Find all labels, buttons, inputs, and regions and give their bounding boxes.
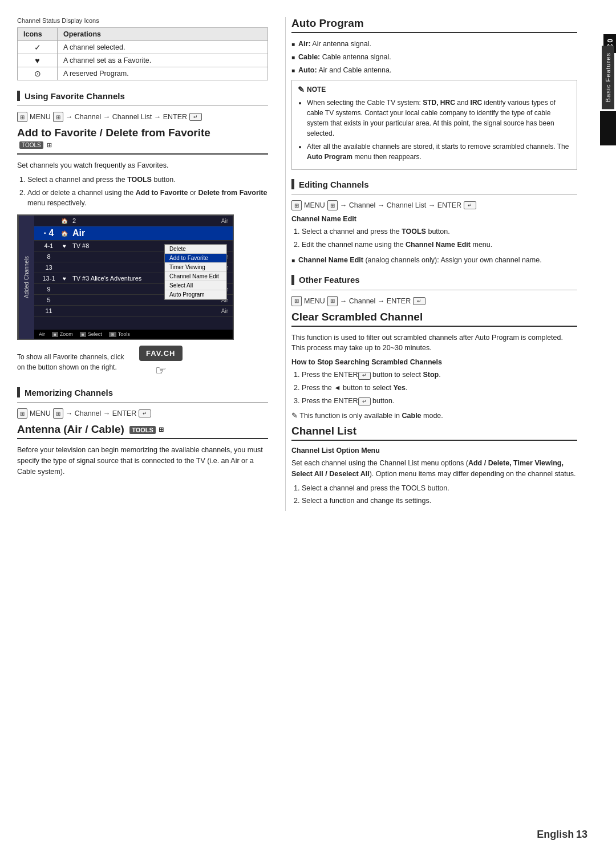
menu-grid-icon: ⊞: [53, 112, 63, 122]
editing-channels-heading: Editing Channels: [299, 180, 369, 189]
list-item: Edit the channel name using the Channel …: [302, 240, 577, 250]
desc-cell: A reserved Program.: [58, 67, 268, 80]
tools-icon: ⊞: [47, 141, 52, 149]
clear-scrambled-steps: Press the ENTER↵ button to select Stop. …: [291, 370, 577, 406]
using-favorite-section: Using Favorite Channels ⊞ MENU ⊞ → Chann…: [17, 91, 268, 122]
context-menu-item: Auto Program: [165, 290, 226, 299]
clear-scrambled-body: This function is used to filter out scra…: [291, 332, 577, 354]
tv-row: 🏠 2 Air: [34, 216, 233, 226]
tv-row: 11 Air: [34, 306, 233, 317]
clear-scrambled-note: ✎ This function is only available in Cab…: [291, 411, 577, 421]
list-item: Cable: Cable antenna signal.: [291, 52, 577, 63]
table-row: ♥ A channel set as a Favorite.: [18, 54, 268, 67]
menu-icon: ⊞: [17, 112, 27, 122]
list-item: Select a channel and press the TOOLS but…: [27, 175, 268, 185]
sub-section-title: Channel Name Edit: [291, 215, 577, 223]
list-item: Auto: Air and Cable antenna.: [291, 65, 577, 76]
channel-list-title: Channel List: [291, 425, 577, 437]
clear-scrambled-section: Clear Scrambled Channel This function is…: [291, 311, 577, 422]
channel-list-subtitle: Channel List Option Menu: [291, 447, 577, 455]
menu-icon: ⊞: [291, 200, 302, 210]
enter-icon: ↵: [139, 409, 151, 417]
desc-cell: A channel selected.: [58, 41, 268, 54]
hand-icon: ☞: [155, 363, 167, 378]
list-item: Add or delete a channel using the Add to…: [27, 188, 268, 209]
tv-screen: Added Channels 🏠 2 Air · 4 🏠 Air: [17, 214, 234, 340]
using-favorite-heading: Using Favorite Channels: [25, 91, 125, 101]
editing-steps: Select a channel and press the TOOLS but…: [291, 226, 577, 250]
enter-icon: ↵: [358, 397, 371, 405]
col-icons: Icons: [18, 28, 58, 41]
menu-command: ⊞ MENU ⊞ → Channel → Channel List → ENTE…: [17, 112, 268, 122]
clear-scrambled-title: Clear Scrambled Channel: [291, 311, 577, 323]
heading-bar: [291, 275, 294, 285]
note-box: ✎ NOTE When selecting the Cable TV syste…: [291, 80, 577, 170]
enter-icon: ↵: [189, 113, 202, 121]
antenna-title: Antenna (Air / Cable) TOOLS ⊞: [17, 423, 268, 436]
context-menu-item: Channel Name Edit: [165, 272, 226, 281]
tv-bottom-bar: Air ■Zoom ■Select ⊞Tools: [34, 330, 233, 339]
auto-program-title: Auto Program: [291, 17, 577, 30]
page-number: English 13: [537, 829, 587, 841]
list-item: After all the available channels are sto…: [307, 141, 571, 162]
menu-command: ⊞ MENU ⊞ → Channel → Channel List → ENTE…: [291, 200, 577, 210]
fav-btn-label[interactable]: FAV.CH: [139, 346, 183, 361]
antenna-body: Before your television can begin memoriz…: [17, 445, 268, 477]
note-title: ✎ NOTE: [298, 85, 571, 94]
channel-list-body: Set each channel using the Channel List …: [291, 458, 577, 480]
enter-icon: ↵: [464, 201, 476, 209]
context-menu: Delete Add to Favorite Timer Viewing Cha…: [164, 244, 227, 300]
add-favorite-steps: Select a channel and press the TOOLS but…: [17, 175, 268, 209]
menu-grid-icon: ⊞: [327, 200, 338, 210]
chapter-label: Basic Features: [602, 46, 614, 109]
channel-list-steps: Select a channel and press the TOOLS but…: [291, 483, 577, 507]
tools-badge: TOOLS: [129, 426, 156, 434]
tv-left-label: Added Channels: [18, 216, 34, 339]
channel-status-table: Icons Operations ✓ A channel selected. ♥…: [17, 27, 268, 80]
table-section: Channel Status Display Icons Icons Opera…: [17, 17, 268, 80]
menu-grid-icon: ⊞: [327, 296, 338, 306]
list-item: When selecting the Cable TV system: STD,…: [307, 98, 571, 139]
context-menu-item-selected: Add to Favorite: [165, 254, 226, 263]
menu-grid-icon: ⊞: [53, 408, 63, 419]
menu-icon: ⊞: [291, 296, 302, 306]
clear-scrambled-subtitle: How to Stop Searching Scrambled Channels: [291, 358, 577, 366]
menu-command: ⊞ MENU ⊞ → Channel → ENTER ↵: [17, 408, 268, 419]
add-favorite-section: Add to Favorite / Delete from Favorite T…: [17, 127, 268, 378]
add-favorite-title: Add to Favorite / Delete from Favorite: [17, 127, 268, 139]
menu-command: ⊞ MENU ⊞ → Channel → ENTER ↵: [291, 296, 577, 306]
enter-icon: ↵: [413, 297, 425, 305]
list-item: Select a channel and press the TOOLS but…: [302, 483, 577, 494]
heading-bar: [17, 91, 20, 101]
add-favorite-body: Set channels you watch frequently as Fav…: [17, 160, 268, 171]
auto-program-section: Auto Program Air: Air antenna signal. Ca…: [291, 17, 577, 170]
col-operations: Operations: [58, 28, 268, 41]
list-item: Press the ◄ button to select Yes.: [302, 383, 577, 393]
list-item: Press the ENTER↵ button to select Stop.: [302, 370, 577, 380]
fav-button[interactable]: FAV.CH ☞: [139, 346, 183, 378]
heading-bar: [17, 387, 20, 397]
table-row: ⊙ A reserved Program.: [18, 67, 268, 80]
other-features-heading: Other Features: [299, 275, 360, 285]
antenna-section: Antenna (Air / Cable) TOOLS ⊞ Before you…: [17, 423, 268, 477]
enter-icon: ↵: [358, 372, 371, 380]
fav-text: To show all Favorite channels, click on …: [17, 352, 131, 372]
table-row: ✓ A channel selected.: [18, 41, 268, 54]
desc-cell: A channel set as a Favorite.: [58, 54, 268, 67]
heading-bar: [291, 179, 294, 189]
context-menu-item: Timer Viewing: [165, 263, 226, 272]
list-item: Select a function and change its setting…: [302, 496, 577, 506]
sidebar-tab: 03 Basic Features: [600, 0, 616, 852]
tools-badge: TOOLS: [19, 141, 43, 149]
menu-icon: ⊞: [17, 408, 27, 419]
sidebar-block: [600, 111, 616, 145]
memorizing-section: Memorizing Channels ⊞ MENU ⊞ → Channel →…: [17, 387, 268, 419]
list-item: Channel Name Edit (analog channels only)…: [291, 255, 577, 266]
context-menu-item: Select All: [165, 281, 226, 290]
list-item: Select a channel and press the TOOLS but…: [302, 226, 577, 237]
editing-channels-section: Editing Channels ⊞ MENU ⊞ → Channel → Ch…: [291, 179, 577, 265]
note-icon: ✎: [298, 85, 305, 94]
list-item: Press the ENTER↵ button.: [302, 396, 577, 407]
editing-bullets: Channel Name Edit (analog channels only)…: [291, 255, 577, 266]
tv-row-highlighted: · 4 🏠 Air: [34, 226, 233, 241]
